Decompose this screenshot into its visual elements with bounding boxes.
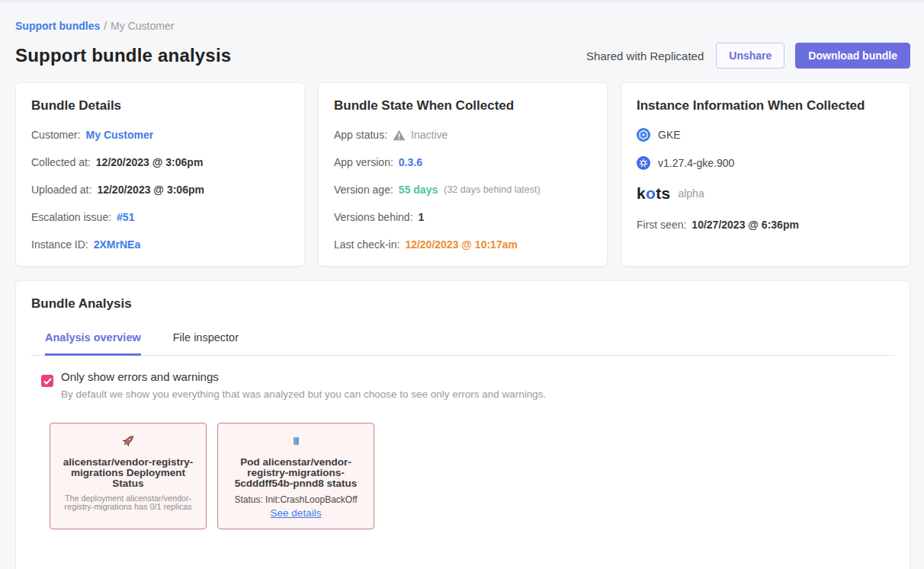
instance-info-title: Instance Information When Collected [637, 98, 894, 113]
app-status-value: Inactive [411, 129, 448, 141]
escalation-issue-row: Escalation issue: #51 [31, 211, 289, 223]
only-errors-description: By default we show you everything that w… [61, 388, 546, 400]
app-version-link[interactable]: 0.3.6 [399, 156, 422, 168]
first-seen-label: First seen: [637, 219, 686, 231]
instance-info-card: Instance Information When Collected GKE … [621, 82, 910, 267]
bundle-state-card: Bundle State When Collected App status: … [318, 82, 608, 267]
app-version-row: App version: 0.3.6 [334, 156, 592, 168]
distribution-value: GKE [658, 129, 681, 141]
bundle-state-title: Bundle State When Collected [334, 98, 592, 113]
last-checkin-row: Last check-in: 12/20/2023 @ 10:17am [334, 238, 592, 251]
breadcrumb-separator: / [104, 20, 107, 32]
warning-triangle-icon [393, 129, 406, 141]
escalation-issue-label: Escalation issue: [31, 211, 111, 223]
rocket-icon [58, 432, 198, 450]
customer-label: Customer: [31, 129, 81, 141]
summary-cards-row: Bundle Details Customer: My Customer Col… [15, 82, 910, 267]
kots-version-value: alpha [678, 187, 704, 200]
versions-behind-label: Versions behind: [334, 211, 413, 223]
unshare-button[interactable]: Unshare [716, 43, 784, 69]
filter-texts: Only show errors and warnings By default… [61, 370, 546, 400]
instance-id-label: Instance ID: [31, 238, 88, 251]
version-age-label: Version age: [334, 184, 393, 196]
collected-at-row: Collected at: 12/20/2023 @ 3:06pm [31, 156, 289, 168]
page-header: Support bundle analysis Shared with Repl… [15, 43, 910, 69]
customer-link[interactable]: My Customer [86, 129, 154, 141]
app-status-row: App status: Inactive [334, 129, 592, 141]
only-errors-checkbox[interactable] [41, 375, 53, 387]
first-seen-value: 10/27/2023 @ 6:36pm [691, 219, 799, 231]
versions-behind-value: 1 [419, 211, 425, 223]
escalation-issue-link[interactable]: #51 [117, 211, 134, 223]
distribution-row: GKE [637, 128, 894, 142]
bundle-analysis-card: Bundle Analysis Analysis overview File i… [15, 280, 910, 569]
download-bundle-button[interactable]: Download bundle [795, 43, 910, 69]
kots-logo-o: o [646, 184, 656, 203]
see-details-link[interactable]: See details [271, 507, 322, 519]
uploaded-at-row: Uploaded at: 12/20/2023 @ 3:06pm [31, 184, 289, 196]
app-version-label: App version: [334, 156, 393, 168]
version-age-value: 55 days [399, 184, 438, 196]
last-checkin-label: Last check-in: [334, 238, 399, 251]
pod-status-alert-card[interactable]: Pod alicenstar/vendor-registry-migration… [217, 423, 374, 529]
kots-row: kots alpha [637, 184, 894, 203]
broken-image-icon [226, 432, 366, 450]
k8s-version-row: v1.27.4-gke.900 [637, 156, 894, 170]
tab-file-inspector[interactable]: File inspector [173, 331, 239, 355]
versions-behind-row: Versions behind: 1 [334, 211, 592, 223]
customer-row: Customer: My Customer [31, 129, 289, 141]
uploaded-at-label: Uploaded at: [31, 184, 91, 196]
collected-at-value: 12/20/2023 @ 3:06pm [96, 156, 204, 168]
breadcrumb-support-bundles-link[interactable]: Support bundles [15, 20, 100, 32]
kots-logo-ts: ts [656, 184, 670, 203]
uploaded-at-value: 12/20/2023 @ 3:06pm [97, 184, 204, 196]
instance-id-link[interactable]: 2XMrNEa [94, 238, 140, 251]
breadcrumb-current: My Customer [111, 20, 174, 32]
tab-analysis-overview[interactable]: Analysis overview [45, 331, 141, 356]
support-bundle-page: Support bundles/My Customer Support bund… [0, 3, 924, 569]
kubernetes-icon [637, 156, 650, 170]
last-checkin-value: 12/20/2023 @ 10:17am [405, 238, 518, 251]
alert-status-text: Status: Init:CrashLoopBackOff [226, 494, 366, 505]
bundle-details-card: Bundle Details Customer: My Customer Col… [15, 82, 305, 267]
instance-id-row: Instance ID: 2XMrNEa [31, 238, 289, 251]
page-title: Support bundle analysis [15, 45, 231, 66]
version-age-note: (32 days behind latest) [444, 184, 540, 195]
gke-icon [637, 128, 650, 142]
collected-at-label: Collected at: [31, 156, 91, 168]
kots-logo-k: k [637, 184, 646, 203]
alert-title: alicenstar/vendor-registry-migrations De… [58, 457, 198, 489]
errors-filter-row: Only show errors and warnings By default… [31, 370, 894, 400]
header-actions: Shared with Replicated Unshare Download … [586, 43, 910, 69]
bundle-details-title: Bundle Details [31, 98, 289, 113]
alert-title: Pod alicenstar/vendor-registry-migration… [226, 457, 366, 489]
only-errors-label[interactable]: Only show errors and warnings [61, 370, 546, 383]
kots-logo: kots [637, 184, 670, 203]
k8s-version-value: v1.27.4-gke.900 [658, 157, 734, 169]
bundle-analysis-title: Bundle Analysis [31, 296, 894, 312]
analysis-alerts: alicenstar/vendor-registry-migrations De… [31, 423, 894, 529]
alert-message: The deployment alicenstar/vendor-registr… [58, 494, 198, 511]
shared-status-text: Shared with Replicated [586, 50, 704, 62]
breadcrumb: Support bundles/My Customer [15, 20, 910, 32]
analysis-tabs: Analysis overview File inspector [31, 331, 894, 356]
version-age-row: Version age: 55 days (32 days behind lat… [334, 184, 592, 196]
deployment-status-alert-card[interactable]: alicenstar/vendor-registry-migrations De… [50, 423, 207, 529]
first-seen-row: First seen: 10/27/2023 @ 6:36pm [637, 219, 894, 231]
app-status-label: App status: [334, 129, 387, 141]
